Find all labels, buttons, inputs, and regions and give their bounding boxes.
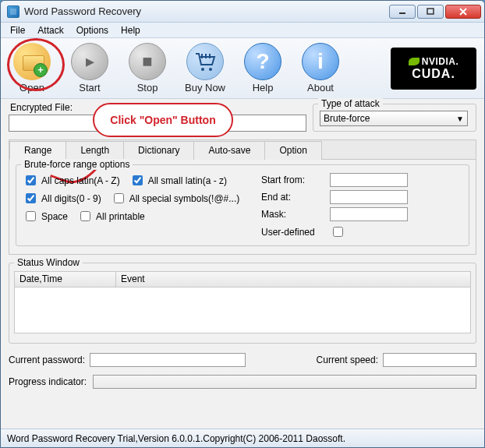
encrypted-file-label: Encrypted File: <box>10 102 306 113</box>
chk-digits-label: All digits(0 - 9) <box>41 193 101 204</box>
chk-printable[interactable] <box>80 211 90 221</box>
encrypted-file-input[interactable] <box>9 115 306 132</box>
start-from-input[interactable] <box>330 173 408 187</box>
tab-strip: Range Length Dictionary Auto-save Option <box>9 140 476 160</box>
current-speed-label: Current speed: <box>317 355 378 365</box>
range-legend: Brute-force range options <box>21 159 133 170</box>
status-window-group: Status Window Date,Time Event <box>9 263 476 344</box>
cuda-text: CUDA. <box>412 67 455 81</box>
col-event[interactable]: Event <box>116 272 470 287</box>
tab-autosave[interactable]: Auto-save <box>193 141 265 160</box>
client-area: Click "Open" Button Encrypted File: Type… <box>1 99 484 429</box>
tab-length[interactable]: Length <box>65 141 124 160</box>
user-defined-label: User-defined <box>261 227 325 238</box>
chk-space[interactable] <box>26 211 36 221</box>
nvidia-text: NVIDIA. <box>422 56 459 67</box>
toolbar: Open ▸ Start ■ Stop Buy Now ? Help i Abo… <box>1 38 484 99</box>
minimize-button[interactable] <box>389 5 416 19</box>
start-button[interactable]: ▸ Start <box>66 43 113 93</box>
svg-point-5 <box>209 68 212 71</box>
chk-symbols[interactable] <box>114 193 124 203</box>
menu-attack[interactable]: Attack <box>31 23 69 37</box>
attack-legend: Type of attack <box>318 98 383 109</box>
chk-digits[interactable] <box>26 193 36 203</box>
current-password-label: Current password: <box>9 355 85 365</box>
svg-point-4 <box>201 68 204 71</box>
open-button[interactable]: Open <box>9 43 55 93</box>
maximize-button[interactable] <box>417 5 444 19</box>
menubar: File Attack Options Help <box>1 23 484 38</box>
mask-label: Mask: <box>261 209 325 220</box>
buy-button[interactable]: Buy Now <box>182 43 228 93</box>
attack-type-combo[interactable]: Brute-force ▼ <box>320 111 468 126</box>
cart-icon <box>186 43 224 80</box>
nvidia-eye-icon <box>409 58 420 65</box>
open-label: Open <box>19 82 44 93</box>
window: Word Password Recovery File Attack Optio… <box>0 0 485 448</box>
close-button[interactable] <box>445 5 481 19</box>
tabs-panel: Range Length Dictionary Auto-save Option… <box>9 139 476 255</box>
nvidia-cuda-badge: NVIDIA. CUDA. <box>391 48 476 90</box>
end-at-label: End at: <box>261 192 325 203</box>
stop-button[interactable]: ■ Stop <box>124 43 171 93</box>
chk-printable-label: All printable <box>96 211 145 222</box>
chk-small[interactable] <box>133 175 143 185</box>
mask-input[interactable] <box>330 207 408 221</box>
tab-dictionary[interactable]: Dictionary <box>123 141 194 160</box>
buy-label: Buy Now <box>185 82 225 93</box>
start-label: Start <box>79 82 100 93</box>
progress-label: Progress indicator: <box>9 376 87 387</box>
col-datetime[interactable]: Date,Time <box>15 272 116 287</box>
help-button[interactable]: ? Help <box>239 43 286 93</box>
help-label: Help <box>253 82 274 93</box>
svg-rect-1 <box>427 9 434 14</box>
chk-caps[interactable] <box>26 175 36 185</box>
chk-caps-label: All caps latin(A - Z) <box>41 175 120 186</box>
progress-bar <box>93 375 476 389</box>
window-title: Word Password Recovery <box>24 5 389 17</box>
attack-selected: Brute-force <box>324 113 370 124</box>
info-icon: i <box>302 43 339 80</box>
status-legend: Status Window <box>14 257 83 268</box>
tab-option[interactable]: Option <box>264 141 321 160</box>
status-grid[interactable]: Date,Time Event <box>14 271 471 333</box>
about-label: About <box>307 82 334 93</box>
statusbar-text: Word Password Recovery Trial,Version 6.0… <box>7 433 345 444</box>
menu-file[interactable]: File <box>4 23 31 37</box>
stop-icon: ■ <box>129 43 166 80</box>
stop-label: Stop <box>137 82 158 93</box>
chk-space-label: Space <box>41 211 68 222</box>
play-icon: ▸ <box>71 43 108 80</box>
chk-symbols-label: All special symbols(!@#...) <box>129 193 240 204</box>
app-icon <box>7 5 19 18</box>
chk-small-label: All small latin(a - z) <box>148 175 227 186</box>
menu-options[interactable]: Options <box>70 23 115 37</box>
start-from-label: Start from: <box>261 175 325 185</box>
end-at-input[interactable] <box>330 190 408 204</box>
chevron-down-icon: ▼ <box>456 115 464 123</box>
window-controls <box>389 5 481 19</box>
menu-help[interactable]: Help <box>115 23 147 37</box>
titlebar: Word Password Recovery <box>1 1 484 23</box>
range-fieldset: Brute-force range options All caps latin… <box>16 164 469 246</box>
statusbar: Word Password Recovery Trial,Version 6.0… <box>1 429 484 447</box>
user-defined-chk[interactable] <box>333 227 343 237</box>
tab-range[interactable]: Range <box>9 141 66 160</box>
help-icon: ? <box>244 43 281 80</box>
about-button[interactable]: i About <box>297 43 344 93</box>
attack-type-group: Type of attack Brute-force ▼ <box>313 104 476 132</box>
current-password-field <box>90 353 246 367</box>
folder-plus-icon <box>13 43 51 80</box>
current-speed-field <box>383 353 476 367</box>
